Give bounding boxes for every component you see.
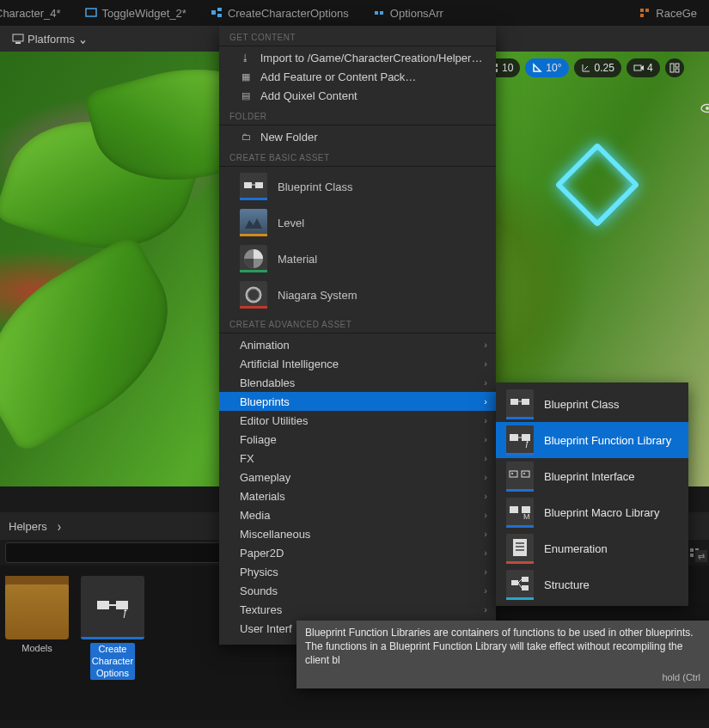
blueprints-submenu: Blueprint ClassƒBlueprint Function Libra…	[496, 382, 688, 606]
menu-label: New Folder	[260, 131, 317, 144]
snap-angle-toggle[interactable]: 10°	[525, 58, 568, 77]
svg-rect-12	[15, 42, 21, 44]
editor-tabs: Character_4* ToggleWidget_2* CreateChara…	[0, 0, 709, 26]
menu-blueprint-class[interactable]: Blueprint Class	[219, 168, 496, 205]
menu-advanced-blendables[interactable]: Blendables›	[219, 373, 496, 392]
chevron-right-icon: ›	[484, 566, 487, 577]
menu-advanced-materials[interactable]: Materials›	[219, 486, 496, 505]
svg-point-42	[511, 473, 513, 474]
svg-rect-20	[675, 69, 679, 72]
svg-point-43	[523, 473, 525, 474]
menu-advanced-physics[interactable]: Physics›	[219, 562, 496, 581]
library-icon: ▤	[240, 89, 252, 101]
menu-niagara-system[interactable]: Niagara System	[219, 277, 496, 313]
tooltip: Blueprint Function Libraries are contain…	[296, 621, 709, 688]
menu-advanced-editor-utilities[interactable]: Editor Utilities›	[219, 411, 496, 430]
svg-rect-52	[522, 577, 529, 582]
niagara-icon	[240, 281, 267, 309]
menu-advanced-fx[interactable]: FX›	[219, 449, 496, 468]
platforms-dropdown[interactable]: Platforms ⌄	[7, 33, 93, 46]
menu-advanced-paper2d[interactable]: Paper2D›	[219, 543, 496, 562]
section-header-folder: FOLDER	[219, 105, 496, 125]
svg-rect-5	[217, 14, 222, 17]
svg-rect-10	[640, 14, 644, 17]
asset-create-character-options[interactable]: ƒ Create Character Options	[81, 576, 144, 710]
svg-rect-2	[86, 9, 96, 16]
structure-icon	[506, 570, 534, 597]
svg-rect-31	[255, 182, 263, 188]
menu-label: Blueprint Class	[278, 180, 352, 193]
tab-racege[interactable]: RaceGe	[626, 0, 709, 26]
angle-icon	[532, 63, 542, 73]
menu-advanced-miscellaneous[interactable]: Miscellaneous›	[219, 524, 496, 543]
asset-folder-models[interactable]: Models	[5, 576, 69, 710]
tab-optionsarr[interactable]: OptionsArr	[361, 0, 455, 26]
chevron-right-icon: ›	[484, 434, 487, 444]
menu-advanced-foliage[interactable]: Foliage›	[219, 430, 496, 449]
menu-advanced-media[interactable]: Media›	[219, 505, 496, 524]
viewport-layout-button[interactable]	[665, 58, 684, 77]
platforms-icon	[12, 33, 24, 45]
chevron-right-icon: ›	[484, 491, 487, 501]
level-icon	[240, 209, 267, 236]
panel-toggle-icon[interactable]: ⇄	[695, 550, 707, 562]
svg-rect-51	[511, 580, 518, 585]
menu-advanced-artificial-intelligence[interactable]: Artificial Intelligence›	[219, 354, 496, 373]
tab-createcharacteroptions[interactable]: CreateCharacterOptions	[199, 0, 361, 26]
svg-rect-27	[97, 601, 109, 609]
svg-text:M: M	[523, 512, 530, 520]
submenu-label: Enumeration	[544, 542, 608, 555]
chevron-right-icon: ›	[484, 548, 487, 558]
scale-icon	[581, 63, 591, 73]
accent-bar	[506, 453, 534, 456]
menu-material[interactable]: Material	[219, 241, 496, 277]
menu-advanced-sounds[interactable]: Sounds›	[219, 581, 496, 600]
menu-advanced-animation[interactable]: Animation›	[219, 335, 496, 354]
menu-advanced-blueprints[interactable]: Blueprints›	[219, 392, 496, 411]
svg-rect-9	[645, 9, 649, 12]
tab-character4[interactable]: Character_4*	[0, 0, 73, 26]
menu-add-feature[interactable]: ▦ Add Feature or Content Pack…	[219, 67, 496, 86]
svg-rect-36	[522, 399, 529, 405]
svg-rect-8	[640, 9, 644, 12]
svg-point-22	[706, 107, 709, 110]
submenu-blueprint-interface[interactable]: Blueprint Interface	[496, 458, 688, 494]
accent-bar	[506, 489, 534, 492]
chevron-right-icon: ›	[484, 396, 487, 407]
blueprint-class-icon	[240, 173, 267, 200]
submenu-blueprint-class[interactable]: Blueprint Class	[496, 386, 688, 422]
submenu-blueprint-macro-library[interactable]: MBlueprint Macro Library	[496, 494, 688, 530]
snap-scale-toggle[interactable]: 0.25	[574, 58, 621, 77]
menu-label: Add Quixel Content	[260, 89, 358, 102]
menu-advanced-gameplay[interactable]: Gameplay›	[219, 468, 496, 486]
svg-rect-7	[380, 11, 383, 15]
menu-label: Level	[278, 217, 304, 229]
chevron-right-icon: ›	[484, 415, 487, 425]
menu-add-quixel[interactable]: ▤ Add Quixel Content	[219, 86, 496, 105]
chevron-right-icon: ›	[484, 529, 487, 539]
accent-bar	[506, 561, 534, 564]
submenu-enumeration[interactable]: Enumeration	[496, 530, 688, 566]
svg-rect-41	[522, 471, 529, 477]
submenu-structure[interactable]: Structure	[496, 566, 688, 603]
menu-advanced-textures[interactable]: Textures›	[219, 600, 496, 619]
menu-label: Blueprints	[240, 395, 290, 408]
menu-label: Materials	[240, 490, 285, 503]
import-icon: ⭳	[240, 52, 252, 64]
breadcrumb-folder[interactable]: Helpers	[9, 520, 47, 533]
tab-togglewidget[interactable]: ToggleWidget_2*	[73, 0, 199, 26]
menu-new-folder[interactable]: 🗀 New Folder	[219, 127, 496, 146]
svg-rect-49	[516, 546, 524, 548]
visibility-icon[interactable]	[700, 103, 709, 113]
svg-rect-48	[516, 542, 524, 544]
svg-rect-37	[510, 434, 518, 441]
submenu-label: Blueprint Interface	[544, 470, 635, 483]
menu-level[interactable]: Level	[219, 205, 496, 241]
submenu-label: Blueprint Macro Library	[544, 506, 659, 519]
content-browser-context-menu: GET CONTENT ⭳ Import to /Game/CharacterC…	[219, 26, 496, 645]
menu-import-to[interactable]: ⭳ Import to /Game/CharacterCreation/Help…	[219, 48, 496, 67]
chevron-right-icon: ›	[484, 453, 487, 463]
svg-rect-19	[675, 64, 679, 67]
submenu-blueprint-function-library[interactable]: ƒBlueprint Function Library	[496, 422, 688, 458]
camera-speed[interactable]: 4	[626, 58, 660, 77]
